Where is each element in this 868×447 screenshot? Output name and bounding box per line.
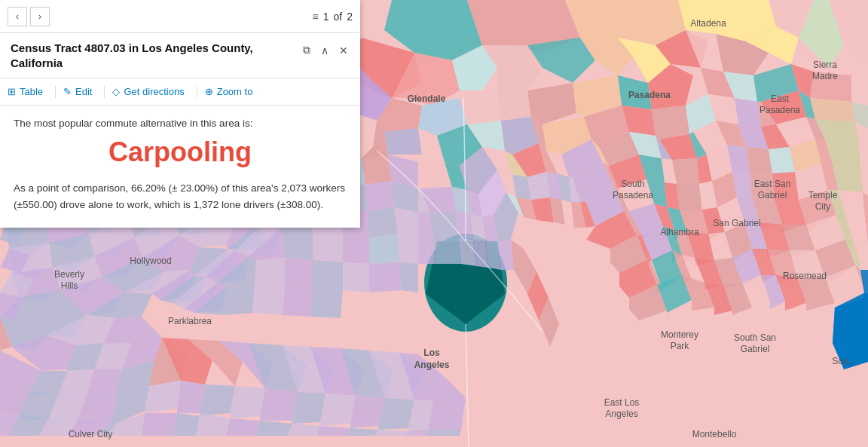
map-label-monterey: Monterey xyxy=(661,329,698,340)
svg-marker-48 xyxy=(652,106,689,139)
action-toolbar: ⊞ Table ✎ Edit ◇ Get directions ⊕ Zoom t… xyxy=(0,78,360,106)
map-label-angeles: Angeles xyxy=(414,360,450,370)
svg-marker-299 xyxy=(292,392,326,424)
svg-marker-39 xyxy=(384,128,422,155)
svg-marker-95 xyxy=(365,181,394,211)
svg-marker-197 xyxy=(343,262,369,292)
comparison-text: As a point of comparison, 66.20% (± 23.0… xyxy=(14,180,347,213)
svg-marker-174 xyxy=(313,234,343,262)
highlight-word: Carpooling xyxy=(14,136,347,168)
intro-text: The most popular commute alternative in … xyxy=(14,118,347,129)
divider-3 xyxy=(197,86,197,98)
svg-marker-177 xyxy=(398,234,418,264)
record-separator: of xyxy=(334,11,343,23)
svg-marker-153 xyxy=(677,184,702,210)
svg-marker-133 xyxy=(368,207,398,237)
svg-marker-137 xyxy=(456,211,473,240)
svg-marker-300 xyxy=(320,393,356,426)
svg-marker-326 xyxy=(173,413,200,436)
map-label-city: City xyxy=(815,201,831,212)
nav-arrows: ‹ › xyxy=(8,7,50,26)
directions-icon: ◇ xyxy=(112,86,120,97)
svg-marker-199 xyxy=(399,262,418,292)
svg-marker-117 xyxy=(746,147,772,173)
divider-2 xyxy=(104,86,105,98)
map-label-montebello: Montebello xyxy=(692,429,737,439)
map-label-glendale: Glendale xyxy=(408,93,446,104)
collapse-button[interactable]: ∧ xyxy=(319,43,330,58)
map-label-south-san-gabriel: South San xyxy=(734,332,776,343)
map-label-south-pasadena2: Pasadena xyxy=(613,190,653,201)
duplicate-button[interactable]: ⧉ xyxy=(301,42,312,58)
map-label-culver-city: Culver City xyxy=(69,429,113,439)
svg-marker-297 xyxy=(230,386,265,418)
map-label-sierra: Sierra xyxy=(813,60,837,70)
map-label-alhambra: Alhambra xyxy=(660,227,699,237)
map-label-beverly: Beverly xyxy=(54,269,84,280)
svg-marker-173 xyxy=(283,234,313,260)
zoom-label: Zoom to xyxy=(217,86,253,97)
list-icon: ≡ xyxy=(313,11,319,23)
map-label-gabriel: Gabriel xyxy=(758,190,787,201)
map-label-park: Park xyxy=(671,341,690,351)
map-label-eastpasadena: Pasadena xyxy=(760,105,800,115)
svg-marker-335 xyxy=(426,430,461,436)
prev-button[interactable]: ‹ xyxy=(8,7,27,26)
svg-marker-302 xyxy=(378,398,414,430)
map-label-altadena: Altadena xyxy=(690,18,726,29)
title-actions: ⧉ ∧ ✕ xyxy=(301,42,350,58)
map-label-pasadena: Pasadena xyxy=(628,90,671,100)
table-label: Table xyxy=(20,86,43,97)
map-label-temple: Temple xyxy=(808,190,838,201)
svg-marker-296 xyxy=(200,384,235,416)
svg-marker-214 xyxy=(310,288,343,318)
map-label-south-pasadena: South xyxy=(621,179,644,189)
map-label-east: East xyxy=(771,93,790,104)
svg-marker-23 xyxy=(460,90,501,124)
svg-marker-213 xyxy=(283,286,313,317)
record-current: 1 xyxy=(323,11,329,23)
next-button[interactable]: › xyxy=(30,7,50,26)
record-total: 2 xyxy=(347,11,353,23)
map-label-east-san-gabriel: East San xyxy=(754,179,791,189)
svg-marker-328 xyxy=(226,418,260,436)
directions-label: Get directions xyxy=(124,86,184,97)
map-label-los: Los xyxy=(423,347,440,358)
directions-button[interactable]: ◇ Get directions xyxy=(112,83,191,100)
edit-label: Edit xyxy=(75,86,92,97)
map-label-angeles2: Angeles xyxy=(605,409,637,419)
close-button[interactable]: ✕ xyxy=(338,43,350,58)
svg-marker-212 xyxy=(252,285,285,315)
svg-marker-175 xyxy=(343,235,369,264)
title-bar: Census Tract 4807.03 in Los Angeles Coun… xyxy=(0,33,360,78)
svg-marker-55 xyxy=(810,98,855,122)
svg-marker-196 xyxy=(313,260,343,290)
map-label-hills: Hills xyxy=(61,280,78,291)
svg-marker-298 xyxy=(260,388,298,421)
svg-marker-51 xyxy=(735,98,761,127)
svg-marker-195 xyxy=(285,258,313,288)
popup-panel: ‹ › ≡ 1 of 2 Census Tract 4807.03 in Los… xyxy=(0,0,360,228)
divider-1 xyxy=(55,86,56,98)
map-label-madre: Madre xyxy=(812,71,838,81)
svg-marker-179 xyxy=(433,237,461,264)
feature-title: Census Tract 4807.03 in Los Angeles Coun… xyxy=(11,41,294,70)
svg-marker-178 xyxy=(418,237,436,264)
nav-bar: ‹ › ≡ 1 of 2 xyxy=(0,0,360,33)
map-label-san-gabriel: San Gabriel xyxy=(713,218,760,228)
zoom-icon: ⊕ xyxy=(205,86,213,97)
svg-marker-136 xyxy=(429,211,458,237)
edit-button[interactable]: ✎ Edit xyxy=(63,83,99,100)
map-label-hollywood: Hollywood xyxy=(130,256,171,266)
table-button[interactable]: ⊞ Table xyxy=(8,83,50,100)
map-label-sou: Sou... xyxy=(832,356,855,366)
content-area: The most popular commute alternative in … xyxy=(0,106,360,228)
zoom-button[interactable]: ⊕ Zoom to xyxy=(205,83,261,100)
svg-marker-113 xyxy=(672,158,699,184)
record-indicator: ≡ 1 of 2 xyxy=(313,11,353,23)
svg-marker-198 xyxy=(369,262,401,292)
map-label-parklabrea: Parklabrea xyxy=(168,316,212,326)
svg-marker-325 xyxy=(142,413,177,436)
edit-icon: ✎ xyxy=(63,86,72,97)
table-icon: ⊞ xyxy=(8,86,16,97)
